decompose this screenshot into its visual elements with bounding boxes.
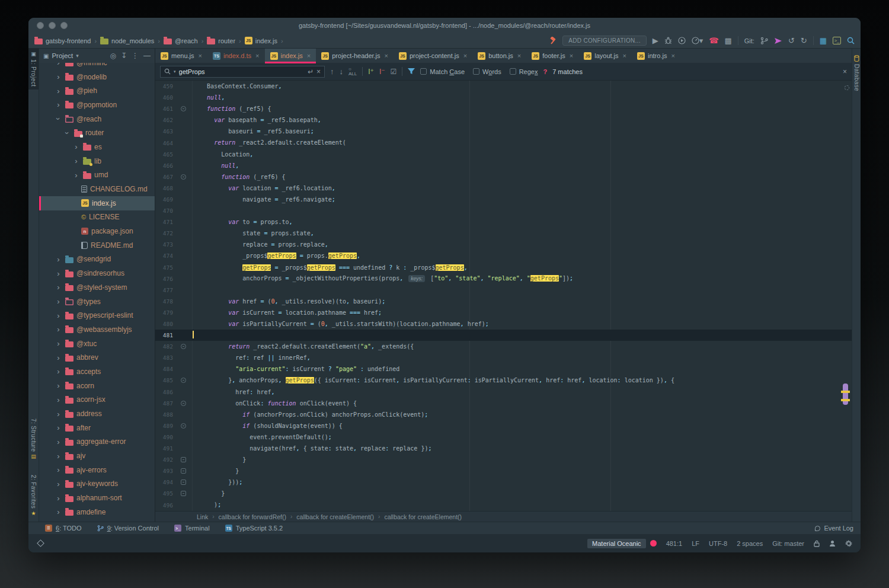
breadcrumb-item[interactable]: router (207, 37, 235, 44)
next-occurrence-icon[interactable]: ↓ (340, 68, 344, 75)
code-line[interactable]: 480 var isPartiallyCurrent = (0, _utils.… (155, 318, 852, 330)
code-line[interactable]: 489 if (shouldNavigate(event)) { (155, 420, 852, 432)
code-line[interactable]: 486 href: href, (155, 386, 852, 398)
git-branch-icon[interactable] (760, 37, 768, 44)
code-line[interactable]: 465 Location, (155, 149, 852, 160)
code-line[interactable]: 475 getProps = _props$getProps === undef… (155, 262, 852, 273)
background-tasks-gear-icon[interactable] (845, 540, 852, 547)
fold-end-icon[interactable] (181, 468, 186, 474)
fold-collapse-icon[interactable] (181, 174, 186, 180)
run-icon[interactable]: ▶ (653, 37, 658, 44)
profiler-icon[interactable]: ▾ (692, 37, 703, 44)
tree-item-CHANGELOG-md[interactable]: CHANGELOG.md (39, 182, 155, 196)
chevron-collapsed-icon[interactable]: › (55, 354, 62, 362)
chevron-collapsed-icon[interactable]: › (55, 438, 62, 446)
fold-end-icon[interactable] (181, 480, 186, 485)
tree-item--xtuc[interactable]: ›@xtuc (39, 337, 155, 351)
marketplace-grid-icon[interactable]: ▦ (820, 37, 827, 44)
tree-item-README-md[interactable]: README.md (39, 238, 155, 253)
search-history-chevron-icon[interactable]: ▾ (174, 69, 176, 74)
search-match-stripe-mark[interactable] (841, 391, 850, 393)
code-line[interactable]: 463 baseuri = _ref5.baseuri; (155, 126, 852, 137)
code-line[interactable]: 494 })); (155, 477, 852, 488)
build-hammer-icon[interactable] (548, 37, 557, 45)
search-everywhere-icon[interactable] (847, 37, 855, 44)
debug-bug-icon[interactable] (664, 37, 672, 44)
readonly-lock-icon[interactable] (814, 540, 820, 547)
code-line[interactable]: 470 (155, 205, 852, 216)
chevron-collapsed-icon[interactable]: › (55, 508, 62, 516)
code-line[interactable]: 467 function (_ref6) { (155, 171, 852, 183)
screenshot-grid-icon[interactable]: ▩ (724, 37, 731, 44)
toolwindow-button-typescript-3-5-2[interactable]: TSTypeScript 3.5.2 (225, 525, 283, 532)
breadcrumb-item[interactable]: node_modules (100, 37, 154, 44)
status-file-encoding[interactable]: UTF-8 (709, 540, 727, 547)
code-line[interactable]: 490 event.preventDefault(); (155, 432, 852, 443)
chevron-collapsed-icon[interactable]: › (55, 325, 62, 333)
chevron-collapsed-icon[interactable]: › (55, 298, 62, 305)
chevron-collapsed-icon[interactable]: › (55, 452, 62, 460)
fold-end-icon[interactable] (181, 457, 186, 462)
tab-close-icon[interactable]: × (255, 52, 259, 59)
code-line[interactable]: 473 replace = props.replace, (155, 239, 852, 250)
search-input[interactable] (179, 68, 305, 75)
chevron-collapsed-icon[interactable]: › (55, 270, 62, 277)
code-line[interactable]: 487 onClick: function onClick(event) { (155, 398, 852, 409)
code-line[interactable]: 468 var location = _ref6.location, (155, 183, 852, 194)
new-line-icon[interactable]: ↵ (308, 68, 314, 75)
code-line[interactable]: 477 (155, 285, 852, 296)
tree-item-lib[interactable]: ›lib (39, 154, 155, 168)
code-line[interactable]: 485 }, anchorProps, getProps({ isCurrent… (155, 375, 852, 386)
code-line[interactable]: 464 return _react2.default.createElement… (155, 137, 852, 148)
git-push-icon[interactable] (774, 37, 782, 44)
tree-item--sendgrid[interactable]: ›@sendgrid (39, 253, 155, 267)
collapse-all-icon[interactable]: ↧ (121, 52, 127, 60)
tree-item-umd[interactable]: ›umd (39, 168, 155, 183)
tree-item--nodelib[interactable]: ›@nodelib (39, 70, 155, 84)
checkbox-icon[interactable] (473, 68, 479, 75)
tab-close-icon[interactable]: × (463, 52, 467, 59)
chevron-collapsed-icon[interactable]: › (72, 157, 80, 165)
select-all-occurrences-icon[interactable]: ○ALL (348, 67, 357, 76)
tree-item--reach[interactable]: ›@reach (39, 112, 155, 126)
search-option-match-case[interactable]: Match Case (420, 68, 465, 75)
chevron-collapsed-icon[interactable]: › (55, 87, 62, 95)
tab-footer-js[interactable]: JSfooter.js× (526, 49, 578, 63)
chevron-collapsed-icon[interactable]: › (55, 480, 62, 488)
terminal-prompt-icon[interactable]: >_ (833, 37, 841, 44)
chevron-collapsed-icon[interactable]: › (55, 101, 62, 108)
sidebar-item-database-stripe[interactable]: Database (852, 52, 861, 94)
chevron-collapsed-icon[interactable]: › (55, 255, 62, 263)
chevron-collapsed-icon[interactable]: › (55, 466, 62, 474)
editor-breadcrumb-item[interactable]: callback for createElement() (384, 513, 462, 520)
filter-icon[interactable] (408, 68, 415, 75)
tab-project-header-js[interactable]: JSproject-header.js× (316, 49, 394, 63)
chevron-collapsed-icon[interactable]: › (72, 171, 80, 179)
highlighting-level-icon[interactable] (829, 540, 836, 547)
breadcrumb-item[interactable]: JSindex.js (245, 37, 277, 44)
code-line[interactable]: 474 _props$getProps = props.getProps, (155, 250, 852, 261)
code-line[interactable]: 492 } (155, 454, 852, 465)
clear-search-icon[interactable]: × (316, 68, 321, 75)
fold-collapse-icon[interactable] (181, 344, 186, 349)
tree-item-acorn-jsx[interactable]: ›acorn-jsx (39, 393, 155, 407)
tab-close-icon[interactable]: × (199, 52, 202, 59)
tree-item-aggregate-error[interactable]: ›aggregate-error (39, 435, 155, 449)
fold-collapse-icon[interactable] (181, 423, 186, 429)
project-view-selector[interactable]: Project (52, 52, 73, 59)
chevron-collapsed-icon[interactable]: › (55, 63, 62, 66)
add-selection-icon[interactable]: I⁺ (368, 68, 374, 75)
code-line[interactable]: 469 navigate = _ref6.navigate; (155, 194, 852, 205)
breadcrumb-item[interactable]: @reach (164, 37, 198, 44)
tree-item--popmotion[interactable]: ›@popmotion (39, 98, 155, 112)
tree-item-alphanum-sort[interactable]: ›alphanum-sort (39, 491, 155, 505)
chevron-collapsed-icon[interactable]: › (55, 368, 62, 375)
tree-item-package-json[interactable]: npackage.json (39, 224, 155, 238)
status-line-separator[interactable]: LF (692, 540, 699, 547)
code-line[interactable]: 484 "aria-current": isCurrent ? "page" :… (155, 363, 852, 375)
locate-file-icon[interactable]: ◎ (110, 52, 116, 60)
code-line[interactable]: 472 state = props.state, (155, 228, 852, 239)
tree-item--webassemblyjs[interactable]: ›@webassemblyjs (39, 322, 155, 337)
tab-button-js[interactable]: JSbutton.js× (472, 49, 526, 63)
code-line[interactable]: 482 return _react2.default.createElement… (155, 341, 852, 352)
